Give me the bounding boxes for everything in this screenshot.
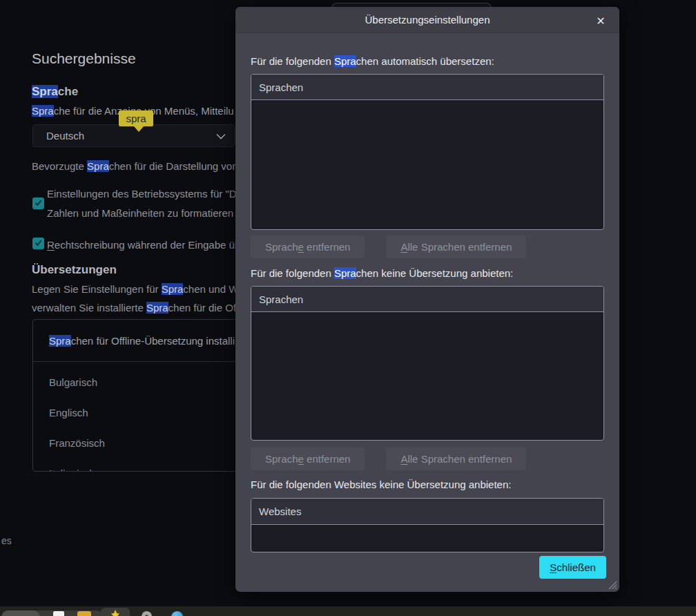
never-translate-label: Für die folgenden Sprachen keine Überset… bbox=[251, 267, 513, 279]
notepad-icon[interactable] bbox=[53, 611, 64, 616]
translations-description-line2: verwalten Sie installierte Sprachen für … bbox=[32, 302, 236, 314]
chevron-down-icon bbox=[216, 130, 226, 142]
taskbar bbox=[0, 606, 696, 616]
spellcheck-checkbox[interactable] bbox=[32, 238, 44, 249]
check-icon bbox=[34, 198, 43, 210]
os-settings-label-line1: Einstellungen des Betriebssystems für "D… bbox=[47, 188, 242, 200]
screen: Suchergebnisse Sprache Sprache für die A… bbox=[0, 0, 696, 616]
never-translate-sites-label: Für die folgenden Websites keine Überset… bbox=[251, 479, 511, 490]
os-settings-label-line2: Zahlen und Maßeinheiten zu formatieren bbox=[47, 207, 233, 219]
close-icon: ✕ bbox=[596, 15, 605, 28]
translations-section-heading: Übersetzungen bbox=[32, 263, 117, 277]
gear-icon[interactable] bbox=[142, 611, 152, 616]
list-column-header: Sprachen bbox=[251, 75, 603, 100]
remove-language-button[interactable]: Sprache entfernen bbox=[251, 447, 365, 470]
auto-translate-language-list[interactable]: Sprachen bbox=[251, 74, 604, 230]
close-button[interactable]: ✕ bbox=[592, 12, 610, 29]
spellcheck-label: Rechtschreibung während der Eingabe üb bbox=[47, 239, 240, 251]
auto-translate-actions: Sprache entfernen Alle Sprachen entferne… bbox=[251, 235, 526, 258]
find-highlight: Spra bbox=[87, 160, 109, 172]
page-title: Suchergebnisse bbox=[32, 50, 136, 67]
find-highlight: Spra bbox=[146, 302, 168, 314]
translation-settings-dialog: Übersetzungseinstellungen ✕ Für die folg… bbox=[235, 7, 619, 592]
preferred-languages-line: Bevorzugte Sprachen für die Darstellung … bbox=[32, 160, 235, 172]
never-translate-site-list[interactable]: Websites bbox=[251, 498, 604, 552]
language-section-heading: Sprache bbox=[32, 85, 78, 99]
find-highlight: Spra bbox=[32, 85, 58, 98]
list-item-englisch[interactable]: Englisch bbox=[49, 407, 88, 418]
list-item-bulgarisch[interactable]: Bulgarisch bbox=[49, 376, 97, 388]
check-icon bbox=[34, 238, 43, 250]
taskbar-search-cap[interactable] bbox=[1, 610, 40, 616]
dialog-title: Übersetzungseinstellungen bbox=[365, 14, 490, 26]
translations-description-line1: Legen Sie Einstellungen für Sprachen und… bbox=[32, 283, 244, 295]
find-highlight: Spra bbox=[32, 105, 54, 117]
find-highlight: Spra bbox=[334, 55, 356, 67]
schliessen-button[interactable]: Schließen bbox=[539, 556, 606, 579]
folder-icon[interactable] bbox=[77, 611, 91, 616]
star-app-icon bbox=[111, 610, 119, 616]
list-item-franzoesisch[interactable]: Französisch bbox=[49, 437, 105, 449]
list-column-header: Websites bbox=[251, 499, 603, 525]
clipped-text-fragment: es bbox=[1, 535, 12, 546]
find-highlight: Spra bbox=[49, 335, 71, 347]
find-highlight: Spra bbox=[334, 267, 356, 279]
resize-grip-icon[interactable] bbox=[607, 579, 617, 590]
ui-language-select-value: Deutsch bbox=[46, 130, 84, 142]
dialog-titlebar: Übersetzungseinstellungen bbox=[235, 7, 619, 33]
quick-find-tooltip: spra bbox=[119, 110, 153, 126]
find-highlight: Spra bbox=[162, 283, 184, 295]
list-column-header: Sprachen bbox=[251, 287, 603, 312]
never-translate-actions: Sprache entfernen Alle Sprachen entferne… bbox=[251, 447, 526, 470]
globe-icon[interactable] bbox=[171, 611, 183, 616]
star-app-tile[interactable] bbox=[101, 608, 130, 616]
remove-all-languages-button[interactable]: Alle Sprachen entfernen bbox=[386, 447, 526, 470]
list-item-italienisch[interactable]: Italienisch bbox=[49, 468, 95, 472]
os-settings-checkbox[interactable] bbox=[32, 198, 44, 209]
remove-all-languages-button[interactable]: Alle Sprachen entfernen bbox=[386, 235, 526, 258]
auto-translate-label: Für die folgenden Sprachen automatisch ü… bbox=[251, 55, 494, 67]
remove-language-button[interactable]: Sprache entfernen bbox=[251, 235, 365, 258]
offline-languages-header: Sprachen für Offline-Übersetzung install… bbox=[49, 335, 235, 347]
never-translate-language-list[interactable]: Sprachen bbox=[251, 286, 604, 441]
